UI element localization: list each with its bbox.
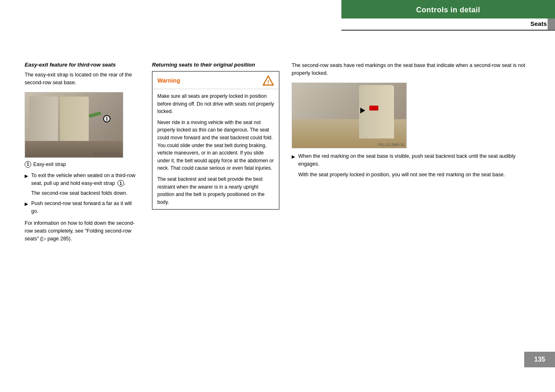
warning-triangle-icon: ! <box>263 75 274 86</box>
bullet-1-text: To exit the vehicle when seated on a thi… <box>31 172 140 187</box>
bullet-1-num: 1 <box>117 180 124 187</box>
easy-exit-image: 1 P91.12-2821-31 <box>25 92 123 158</box>
left-bullet-1: ▶ To exit the vehicle when seated on a t… <box>25 172 140 187</box>
sub-text-1: The second-row seat backrest folds down. <box>31 189 140 197</box>
header-seats-label: Seats <box>530 20 547 27</box>
page-number: 135 <box>524 352 555 367</box>
right-bullet-1-text: When the red marking on the seat base is… <box>298 152 530 168</box>
left-bullet-list-2: ▶ Push second-row seat forward a far as … <box>25 200 140 215</box>
right-sub-text-1: With the seat properly locked in positio… <box>298 171 530 179</box>
header-seats: Seats <box>341 18 555 31</box>
middle-column: Returning seats to their original positi… <box>152 62 279 247</box>
seat-red-image: P91.12-2860-31 <box>292 83 407 148</box>
warning-header: Warning ! <box>152 71 279 89</box>
header-controls-in-detail: Controls in detail <box>341 0 555 18</box>
caption-badge: 1 <box>25 161 31 168</box>
right-bullet-arrow-1: ▶ <box>292 153 295 168</box>
left-section-title: Easy-exit feature for third-row seats <box>25 62 140 68</box>
mid-section-title: Returning seats to their original positi… <box>152 62 279 68</box>
header-bar: Controls in detail Seats <box>341 0 555 31</box>
left-column: Easy-exit feature for third-row seats Th… <box>25 62 140 247</box>
right-intro-text: The second-row seats have red markings o… <box>292 62 530 78</box>
right-bullet-list: ▶ When the red marking on the seat base … <box>292 152 530 168</box>
left-bullet-2: ▶ Push second-row seat forward a far as … <box>25 200 140 215</box>
seat-strap <box>88 111 101 118</box>
bullet-arrow-1: ▶ <box>25 173 28 187</box>
bullet-2-text: Push second-row seat forward a far as it… <box>31 200 140 215</box>
red-marking <box>369 106 378 111</box>
arrow-indicator <box>360 108 365 113</box>
content-area: Easy-exit feature for third-row seats Th… <box>25 62 530 247</box>
image-label-left: P91.12-2821-31 <box>94 152 120 156</box>
bullet-arrow-2: ▶ <box>25 201 28 215</box>
caption-row: 1 Easy-exit strap <box>25 161 140 168</box>
page-container: Controls in detail Seats Easy-exit featu… <box>0 0 555 392</box>
warning-para-2: Never ride in a moving vehicle with the … <box>157 119 274 172</box>
left-bullet-list: ▶ To exit the vehicle when seated on a t… <box>25 172 140 187</box>
right-column: The second-row seats have red markings o… <box>292 62 530 247</box>
warning-box: Warning ! Make sure all seats are proper… <box>152 71 279 210</box>
right-bullet-1: ▶ When the red marking on the seat base … <box>292 152 530 168</box>
warning-para-1: Make sure all seats are properly locked … <box>157 92 274 115</box>
number-label-1: 1 <box>103 115 111 122</box>
left-footer-text: For information on how to fold down the … <box>25 219 140 243</box>
header-title: Controls in detail <box>416 6 480 14</box>
svg-text:!: ! <box>267 79 269 85</box>
warning-body: Make sure all seats are properly locked … <box>152 89 279 209</box>
right-image-label: P91.12-2860-31 <box>378 143 405 147</box>
warning-title: Warning <box>157 77 180 84</box>
left-intro-text: The easy-exit strap is located on the re… <box>25 71 140 87</box>
warning-para-3: The seat backrest and seat belt provide … <box>157 175 274 206</box>
caption-text: Easy-exit strap <box>33 161 66 167</box>
seat-red-interior <box>292 83 406 148</box>
seat-image-interior: 1 <box>25 92 123 157</box>
